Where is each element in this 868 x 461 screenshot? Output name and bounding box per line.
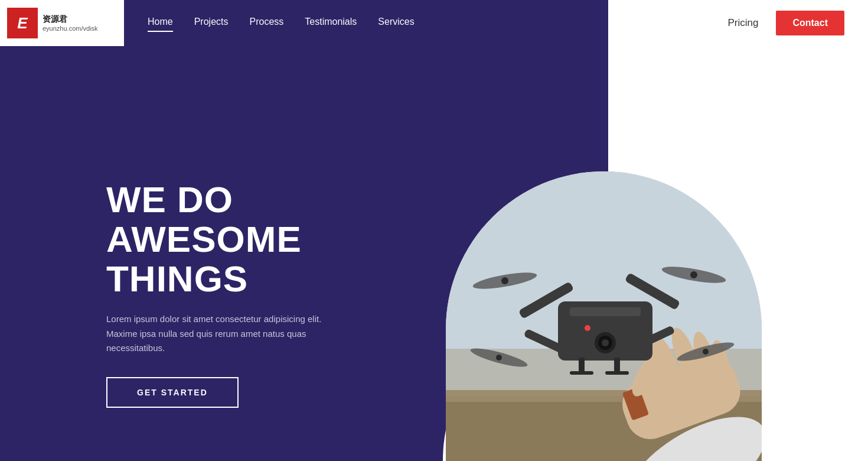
hero-cta-button[interactable]: GET STARTED bbox=[106, 377, 239, 408]
nav-pricing[interactable]: Pricing bbox=[727, 17, 758, 29]
svg-point-25 bbox=[690, 271, 697, 278]
hero-title-line1: WE DO AWESOME bbox=[106, 179, 302, 259]
nav-process[interactable]: Process bbox=[249, 17, 283, 30]
nav-right: Pricing Contact bbox=[727, 11, 868, 35]
logo-text-block: 资源君 eyunzhu.com/vdisk bbox=[43, 14, 98, 32]
svg-point-23 bbox=[501, 277, 508, 284]
svg-point-16 bbox=[602, 339, 609, 346]
svg-point-27 bbox=[496, 355, 502, 361]
logo[interactable]: E 资源君 eyunzhu.com/vdisk bbox=[0, 0, 124, 46]
drone-image bbox=[446, 171, 762, 461]
svg-rect-30 bbox=[579, 358, 585, 372]
hero-content: WE DO AWESOME THINGS Lorem ipsum dolor s… bbox=[106, 180, 413, 408]
svg-rect-31 bbox=[614, 358, 620, 372]
nav-projects[interactable]: Projects bbox=[194, 17, 229, 30]
hero-description: Lorem ipsum dolor sit amet consectetur a… bbox=[106, 312, 342, 356]
svg-rect-32 bbox=[570, 371, 593, 375]
hero-title-line2: THINGS bbox=[106, 258, 248, 299]
contact-button[interactable]: Contact bbox=[776, 11, 844, 35]
svg-rect-13 bbox=[570, 307, 641, 316]
svg-point-17 bbox=[585, 325, 590, 331]
hero-section: E 资源君 eyunzhu.com/vdisk Home Projects Pr… bbox=[0, 0, 868, 461]
logo-url: eyunzhu.com/vdisk bbox=[43, 25, 98, 32]
logo-letter-box: E bbox=[7, 8, 38, 38]
svg-point-29 bbox=[703, 349, 709, 355]
nav-links: Home Projects Process Testimonials Servi… bbox=[124, 17, 727, 30]
drone-illustration bbox=[446, 171, 762, 461]
nav-testimonials[interactable]: Testimonials bbox=[305, 17, 357, 30]
drone-image-container bbox=[446, 171, 762, 461]
svg-rect-33 bbox=[605, 371, 629, 375]
nav-home[interactable]: Home bbox=[148, 17, 173, 30]
navigation: E 资源君 eyunzhu.com/vdisk Home Projects Pr… bbox=[0, 0, 868, 46]
hero-title: WE DO AWESOME THINGS bbox=[106, 180, 413, 299]
nav-services[interactable]: Services bbox=[378, 17, 414, 30]
logo-chinese: 资源君 bbox=[43, 14, 98, 25]
logo-letter: E bbox=[17, 14, 27, 33]
